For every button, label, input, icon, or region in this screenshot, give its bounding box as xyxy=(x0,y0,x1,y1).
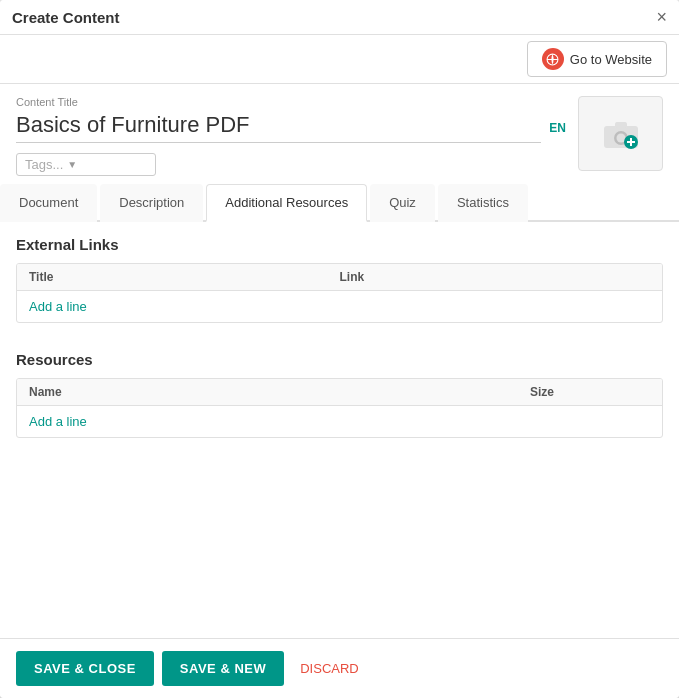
col-title: Title xyxy=(29,270,340,284)
svg-rect-5 xyxy=(615,122,627,128)
form-left: Content Title EN Tags... ▼ xyxy=(16,96,566,176)
col-link: Link xyxy=(340,270,651,284)
tab-statistics[interactable]: Statistics xyxy=(438,184,528,222)
tags-dropdown[interactable]: Tags... ▼ xyxy=(16,153,156,176)
image-placeholder[interactable] xyxy=(578,96,663,171)
external-links-section: External Links Title Link Add a line xyxy=(0,222,679,331)
save-close-button[interactable]: SAVE & CLOSE xyxy=(16,651,154,686)
close-button[interactable]: × xyxy=(656,8,667,26)
discard-button[interactable]: DISCARD xyxy=(292,651,367,686)
tab-additional-resources[interactable]: Additional Resources xyxy=(206,184,367,222)
content-form: Content Title EN Tags... ▼ xyxy=(0,84,679,184)
col-name: Name xyxy=(29,385,530,399)
tabs-bar: Document Description Additional Resource… xyxy=(0,184,679,222)
col-size: Size xyxy=(530,385,650,399)
website-icon xyxy=(542,48,564,70)
tab-description[interactable]: Description xyxy=(100,184,203,222)
modal-title: Create Content xyxy=(12,9,120,26)
lang-tag: EN xyxy=(549,121,566,135)
tab-content-additional-resources: External Links Title Link Add a line Res… xyxy=(0,222,679,638)
tab-quiz[interactable]: Quiz xyxy=(370,184,435,222)
svg-rect-8 xyxy=(627,141,635,143)
tags-dropdown-arrow: ▼ xyxy=(67,159,77,170)
tab-document[interactable]: Document xyxy=(0,184,97,222)
resources-section: Resources Name Size Add a line xyxy=(0,337,679,446)
tags-row: Tags... ▼ xyxy=(16,153,566,176)
go-to-website-button[interactable]: Go to Website xyxy=(527,41,667,77)
content-title-input[interactable] xyxy=(16,112,541,143)
camera-add-icon xyxy=(602,118,640,150)
modal-container: Create Content × Go to Website Content T… xyxy=(0,0,679,698)
modal-header: Create Content × xyxy=(0,0,679,35)
top-bar: Go to Website xyxy=(0,35,679,84)
resources-title: Resources xyxy=(16,351,663,368)
external-links-header: Title Link xyxy=(17,264,662,291)
external-links-table: Title Link Add a line xyxy=(16,263,663,323)
resources-header: Name Size xyxy=(17,379,662,406)
go-to-website-label: Go to Website xyxy=(570,52,652,67)
content-title-label: Content Title xyxy=(16,96,566,108)
tags-placeholder: Tags... xyxy=(25,157,63,172)
save-new-button[interactable]: SAVE & NEW xyxy=(162,651,284,686)
footer: SAVE & CLOSE SAVE & NEW DISCARD xyxy=(0,638,679,698)
resources-table: Name Size Add a line xyxy=(16,378,663,438)
resources-add-line[interactable]: Add a line xyxy=(17,406,99,437)
external-links-add-line[interactable]: Add a line xyxy=(17,291,99,322)
external-links-title: External Links xyxy=(16,236,663,253)
